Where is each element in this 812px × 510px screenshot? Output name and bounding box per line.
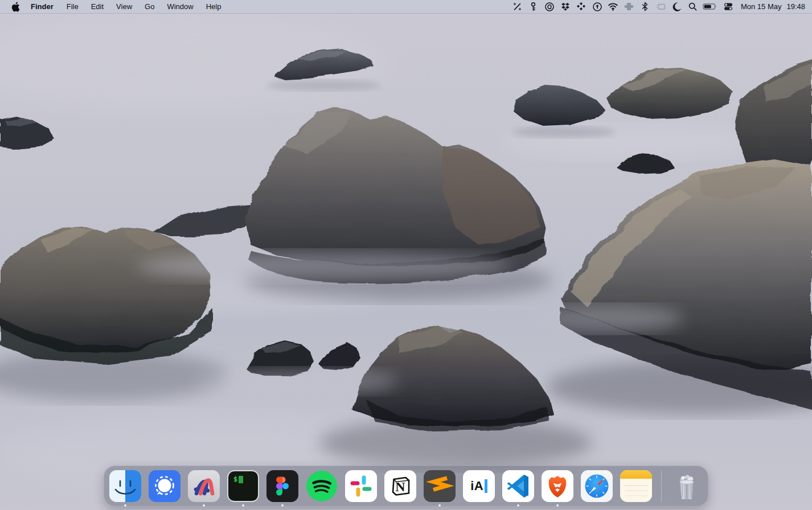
dock-app-vscode[interactable] (502, 470, 534, 502)
running-indicator (517, 504, 519, 507)
safari-icon (581, 470, 613, 502)
wand-sparkles-icon[interactable] (510, 0, 526, 14)
brave-icon (542, 470, 573, 502)
menu-bar-clock[interactable]: Mon 15 May 19:48 (736, 2, 805, 11)
clock-time: 19:48 (786, 2, 805, 11)
1password-keyhole-icon[interactable] (589, 0, 605, 14)
app-menus: FinderFileEditViewGoWindowHelp (24, 0, 227, 14)
vscode-icon (502, 470, 534, 502)
running-indicator (556, 504, 559, 507)
dock-app-notion[interactable]: N (384, 470, 416, 502)
wifi-icon[interactable] (605, 0, 621, 14)
menu-item-finder[interactable]: Finder (24, 0, 60, 14)
dropbox-icon[interactable] (557, 0, 573, 14)
dock: $ (104, 466, 708, 507)
display-icon[interactable] (653, 0, 669, 14)
running-indicator (281, 504, 284, 507)
menu-item-go[interactable]: Go (138, 0, 161, 14)
dock-app-arc[interactable] (188, 470, 220, 502)
running-indicator (438, 504, 441, 507)
spotlight-search-icon[interactable] (685, 0, 701, 14)
focus-moon-icon[interactable] (669, 0, 685, 14)
figma-icon (266, 470, 298, 502)
notion-icon: N (384, 470, 416, 502)
seascape-art (0, 0, 812, 510)
setapp-icon[interactable] (573, 0, 589, 14)
terminal-cursor (239, 476, 243, 483)
menu-bar: FinderFileEditViewGoWindowHelp (0, 0, 812, 14)
finder-icon (109, 470, 141, 502)
menu-item-file[interactable]: File (60, 0, 85, 14)
running-indicator (124, 504, 126, 507)
clock-date: Mon 15 May (741, 2, 782, 11)
menu-item-window[interactable]: Window (161, 0, 199, 14)
apple-menu[interactable] (7, 2, 24, 12)
desktop: FinderFileEditViewGoWindowHelp (0, 0, 812, 510)
dock-app-finder[interactable] (109, 470, 141, 502)
dock-trash[interactable] (671, 470, 703, 502)
dock-app-notes[interactable] (620, 470, 652, 502)
dock-app-signal[interactable] (149, 470, 181, 502)
running-indicator (242, 504, 244, 507)
health-plus-icon[interactable] (621, 0, 637, 14)
dock-app-ia-writer[interactable]: iA (463, 470, 495, 502)
menu-item-edit[interactable]: Edit (85, 0, 110, 14)
key-icon[interactable] (526, 0, 542, 14)
terminal-prompt: $ (233, 475, 237, 483)
ia-writer-icon: iA (463, 470, 495, 502)
slack-icon (345, 470, 377, 502)
ia-writer-glyph: iA (470, 479, 483, 493)
dock-app-slack[interactable] (345, 470, 377, 502)
dock-app-figma[interactable] (266, 470, 298, 502)
terminal-icon: $ (227, 470, 259, 502)
notes-icon (620, 470, 652, 502)
dock-app-spotify[interactable] (306, 470, 338, 502)
battery-fill (704, 5, 711, 8)
apple-logo-icon (11, 2, 20, 12)
bluetooth-icon[interactable] (637, 0, 653, 14)
status-area: Mon 15 May 19:48 (510, 0, 812, 14)
ia-writer-cursor (485, 479, 487, 493)
dock-app-sublime-text[interactable] (424, 470, 456, 502)
control-center-icon[interactable] (720, 0, 736, 14)
desktop-wallpaper[interactable] (0, 0, 812, 510)
menu-item-help[interactable]: Help (200, 0, 228, 14)
menu-item-view[interactable]: View (110, 0, 138, 14)
spotify-icon (306, 470, 338, 502)
dock-app-terminal[interactable]: $ (227, 470, 259, 502)
sublime-text-icon (424, 470, 456, 502)
trash-full-icon (671, 470, 703, 502)
dock-app-safari[interactable] (581, 470, 613, 502)
dock-divider[interactable] (661, 471, 662, 501)
notion-letter: N (384, 470, 416, 502)
battery-icon[interactable] (701, 0, 720, 14)
arc-browser-icon (188, 470, 220, 502)
running-indicator (203, 504, 205, 507)
adobe-creative-cloud-icon[interactable] (542, 0, 557, 14)
signal-icon (149, 470, 181, 502)
dock-app-brave[interactable] (542, 470, 573, 502)
